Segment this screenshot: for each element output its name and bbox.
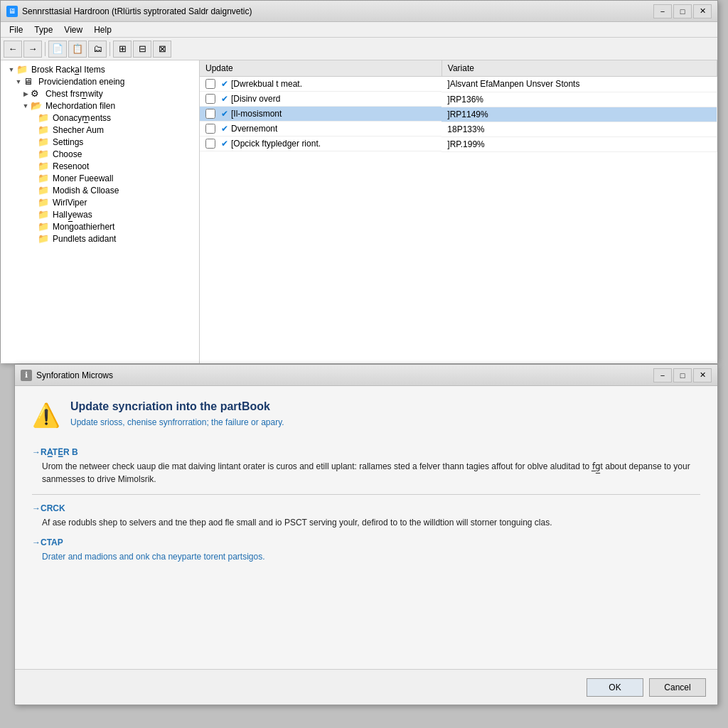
section-link-0: →RA̲TE̲R B xyxy=(32,447,700,457)
toolbar-btn-3[interactable]: 🗂 xyxy=(88,41,107,58)
expand-0[interactable]: ▼ xyxy=(14,78,23,85)
toolbar-separator-1 xyxy=(45,42,46,56)
row-name-0: [Dwrekbual t meat. xyxy=(231,79,302,89)
table-cell-variate: ]RP1149% xyxy=(441,107,717,122)
folder-icon-root: 📁 xyxy=(16,64,29,75)
toolbar-btn-1[interactable]: 📄 xyxy=(48,41,67,58)
tree-item-1[interactable]: ▶ ⚙ Chest frsm̲wity xyxy=(1,87,199,100)
table-cell-variate: 18P133% xyxy=(441,122,717,136)
expand-1[interactable]: ▶ xyxy=(21,90,31,97)
table-row[interactable]: ✔Dvernemont18P133% xyxy=(200,122,717,136)
warning-icon: ⚠️ xyxy=(32,402,60,429)
tree-root-label: Brosk Racka̲l Items xyxy=(31,65,105,75)
maximize-button[interactable]: □ xyxy=(673,4,692,18)
bottom-window-title: Synforation Microws xyxy=(36,370,653,380)
top-window-title: Sennrsttasial Hardroon (tRlürtis syptror… xyxy=(22,6,653,16)
tree-item-7[interactable]: 📁 Resenoot xyxy=(1,160,199,172)
row-checkbox-0[interactable] xyxy=(205,79,215,89)
table-row[interactable]: ✔[Opcick ftypledger riont.]RP.199% xyxy=(200,136,717,151)
tree-label-5: Settings xyxy=(53,137,83,147)
tree-item-11[interactable]: 📁 Hally̲ewas xyxy=(1,208,199,220)
section-divider xyxy=(32,494,700,495)
folder-icon-10: 📁 xyxy=(38,197,50,208)
folder-icon-9: 📁 xyxy=(38,185,50,196)
dialog-footer: OK Cancel xyxy=(15,669,717,705)
expand-2[interactable]: ▼ xyxy=(21,102,31,109)
table-cell-update: ✔[Disinv overd xyxy=(200,92,441,107)
bottom-close-button[interactable]: ✕ xyxy=(693,368,712,382)
tree-label-10: WirlViper xyxy=(53,198,87,208)
tree-root[interactable]: ▼ 📁 Brosk Racka̲l Items xyxy=(1,63,199,75)
table-cell-variate: ]RP136% xyxy=(441,92,717,107)
tree-item-6[interactable]: 📁 Choose xyxy=(1,148,199,160)
tree-label-13: Pundlets adidant xyxy=(53,234,116,244)
folder-icon-5: 📁 xyxy=(38,136,50,147)
row-name-2: [Il-mosismont xyxy=(231,109,282,119)
tree-item-5[interactable]: 📁 Settings xyxy=(1,136,199,148)
checkmark-icon-0: ✔ xyxy=(221,79,228,89)
row-checkbox-3[interactable] xyxy=(205,124,215,134)
checkmark-icon-1: ✔ xyxy=(221,94,228,104)
toolbar-separator-2 xyxy=(109,42,110,56)
toolbar-btn-4[interactable]: ⊞ xyxy=(113,41,132,58)
folder-icon-2: 📂 xyxy=(31,100,43,111)
row-checkbox-2[interactable] xyxy=(205,109,215,119)
row-name-1: [Disinv overd xyxy=(231,94,280,104)
table-cell-update: ✔Dvernemont xyxy=(200,122,441,136)
col-header-update: Update xyxy=(200,60,441,77)
tree-item-13[interactable]: 📁 Pundlets adidant xyxy=(1,232,199,245)
bottom-window-icon: ℹ xyxy=(21,370,32,381)
warning-section: ⚠️ Update syncriation into the partBook … xyxy=(32,400,700,436)
folder-icon-6: 📁 xyxy=(38,149,50,159)
folder-icon-11: 📁 xyxy=(38,209,50,220)
table-cell-update: ✔[Dwrekbual t meat. xyxy=(200,77,441,92)
tree-label-11: Hally̲ewas xyxy=(53,210,92,220)
table-cell-variate: ]Alsvant EfaManpen Unsver Stonts xyxy=(441,77,717,92)
bottom-minimize-button[interactable]: − xyxy=(653,368,672,382)
top-window-icon: 🖥 xyxy=(6,6,18,17)
tree-item-4[interactable]: 📁 Shecher Aum xyxy=(1,124,199,136)
expand-root[interactable]: ▼ xyxy=(6,66,16,73)
table-row[interactable]: ✔[Dwrekbual t meat.]Alsvant EfaManpen Un… xyxy=(200,77,717,92)
table-panel: Update Variate ✔[Dwrekbual t meat.]Alsva… xyxy=(200,60,717,363)
section-link-label-1[interactable]: →CRCK xyxy=(32,503,65,513)
tree-item-2[interactable]: ▼ 📂 Mechordation filen xyxy=(1,100,199,112)
tree-item-9[interactable]: 📁 Modish & Clloase xyxy=(1,184,199,196)
col-header-variate: Variate xyxy=(441,60,717,77)
checkmark-icon-3: ✔ xyxy=(221,124,228,134)
folder-icon-7: 📁 xyxy=(38,161,50,171)
row-checkbox-1[interactable] xyxy=(205,94,215,104)
menu-help[interactable]: Help xyxy=(88,23,117,36)
row-checkbox-4[interactable] xyxy=(205,139,215,149)
table-row[interactable]: ✔[Disinv overd]RP136% xyxy=(200,92,717,107)
bottom-maximize-button[interactable]: □ xyxy=(673,368,692,382)
tree-item-12[interactable]: 📁 Mongoathierhert xyxy=(1,220,199,232)
top-title-bar: 🖥 Sennrsttasial Hardroon (tRlürtis syptr… xyxy=(1,1,717,22)
table-row[interactable]: ✔[Il-mosismont]RP1149% xyxy=(200,107,717,122)
section-link-label-2[interactable]: →CTAP xyxy=(32,537,63,547)
toolbar-btn-5[interactable]: ⊟ xyxy=(133,41,151,58)
menu-file[interactable]: File xyxy=(4,23,28,36)
warning-text-block: Update syncriation into the partBook Upd… xyxy=(70,400,284,436)
menu-view[interactable]: View xyxy=(58,23,88,36)
cancel-button[interactable]: Cancel xyxy=(649,678,706,697)
bottom-window-controls: − □ ✕ xyxy=(653,368,712,382)
back-button[interactable]: ← xyxy=(4,41,22,58)
checkmark-icon-2: ✔ xyxy=(221,109,228,119)
forward-button[interactable]: → xyxy=(23,41,42,58)
minimize-button[interactable]: − xyxy=(653,4,672,18)
tree-item-10[interactable]: 📁 WirlViper xyxy=(1,196,199,208)
tree-item-3[interactable]: 📁 Oonacym̲entss xyxy=(1,112,199,124)
close-button[interactable]: ✕ xyxy=(693,4,712,18)
toolbar-btn-2[interactable]: 📋 xyxy=(68,41,87,58)
toolbar-btn-6[interactable]: ⊠ xyxy=(153,41,171,58)
section-body-1: Af ase rodubls shep to selvers and tne t… xyxy=(42,516,700,529)
menu-bar: File Type View Help xyxy=(1,22,717,38)
ok-button[interactable]: OK xyxy=(587,678,643,697)
tree-item-8[interactable]: 📁 Moner Fueewall xyxy=(1,172,199,184)
tree-item-0[interactable]: ▼ 🖥 Proviciendation eneing xyxy=(1,75,199,87)
table-cell-update: ✔[Opcick ftypledger riont. xyxy=(200,136,441,151)
menu-type[interactable]: Type xyxy=(28,23,58,36)
row-name-3: Dvernemont xyxy=(231,124,277,134)
section-link-label-0[interactable]: →RA̲TE̲R B xyxy=(32,447,78,457)
